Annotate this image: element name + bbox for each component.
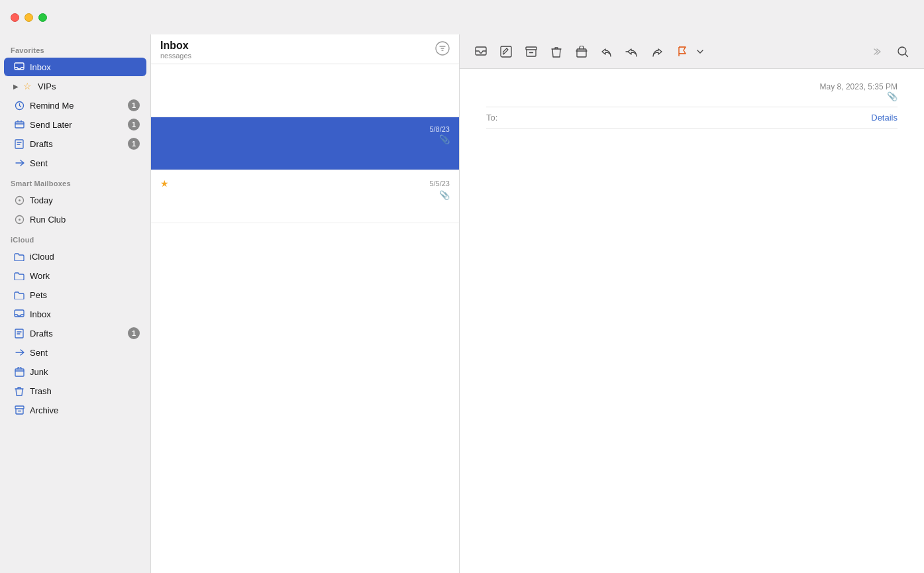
email-detail-attachment-icon: 📎 — [820, 91, 898, 101]
drafts-badge: 1 — [128, 138, 140, 150]
reply-button[interactable] — [596, 41, 617, 62]
email-date: 5/8/23 — [429, 125, 450, 133]
sidebar-item-junk[interactable]: Junk — [4, 362, 146, 381]
email-date-row: ★ 5/5/23 — [160, 178, 450, 189]
attachment-icon: 📎 — [439, 134, 450, 144]
folder-icon — [13, 252, 25, 261]
sidebar-item-inbox[interactable]: Inbox — [4, 58, 146, 76]
clock-icon — [13, 101, 25, 111]
sidebar-vips-label: VIPs — [38, 81, 56, 91]
icloud-drafts-icon — [13, 329, 25, 339]
sidebar-archive-label: Archive — [30, 405, 58, 415]
icloud-inbox-icon — [13, 309, 25, 319]
archive-icon — [13, 405, 25, 415]
sidebar-item-drafts[interactable]: Drafts 1 — [4, 134, 146, 153]
sidebar-today-label: Today — [30, 195, 53, 205]
forward-button[interactable] — [646, 41, 668, 62]
sidebar-item-send-later[interactable]: Send Later 1 — [4, 115, 146, 134]
sent-icon — [13, 158, 25, 168]
maximize-button[interactable] — [38, 13, 47, 22]
work-folder-icon — [13, 272, 25, 280]
junk-button[interactable] — [571, 41, 592, 62]
email-to-row: To: Details — [486, 107, 898, 129]
send-later-icon — [13, 120, 25, 130]
sidebar-pets-label: Pets — [30, 290, 47, 300]
sidebar-drafts-label: Drafts — [30, 139, 53, 149]
email-list-pane: Inbox nessages 5/8/23 — [151, 34, 460, 573]
new-message-button[interactable] — [470, 41, 491, 62]
email-list: 5/8/23 📎 ★ 5/5/23 📎 — [151, 64, 459, 573]
attachment-icon: 📎 — [439, 190, 450, 200]
sidebar-icloud-drafts-label: Drafts — [30, 329, 53, 339]
search-button[interactable] — [892, 41, 913, 62]
svg-rect-16 — [577, 49, 586, 57]
sidebar-icloud-inbox-label: Inbox — [30, 309, 51, 319]
email-date-row: 5/8/23 — [160, 125, 450, 133]
email-detail-date: May 8, 2023, 5:35 PM — [820, 82, 898, 91]
email-meta: May 8, 2023, 5:35 PM 📎 — [820, 82, 898, 101]
archive-button[interactable] — [521, 41, 542, 62]
middle-header: Inbox nessages — [151, 34, 459, 64]
today-icon — [13, 195, 25, 205]
flag-dropdown[interactable] — [697, 50, 703, 54]
email-date: 5/5/23 — [429, 180, 450, 187]
svg-rect-2 — [15, 122, 24, 128]
run-club-icon — [13, 215, 25, 225]
sidebar-item-work[interactable]: Work — [4, 266, 146, 285]
sidebar-item-trash[interactable]: Trash — [4, 382, 146, 400]
svg-rect-11 — [15, 406, 24, 409]
sidebar-icloud-sent-label: Sent — [30, 348, 48, 358]
email-details-link[interactable]: Details — [871, 113, 898, 123]
sidebar-item-today[interactable]: Today — [4, 191, 146, 209]
sidebar-remind-me-label: Remind Me — [30, 101, 74, 111]
icloud-sent-icon — [13, 348, 25, 357]
trash-icon — [13, 386, 25, 396]
sidebar-item-sent[interactable]: Sent — [4, 154, 146, 172]
sidebar-item-archive[interactable]: Archive — [4, 401, 146, 419]
inbox-title-group: Inbox nessages — [160, 40, 191, 60]
flag-button[interactable] — [672, 41, 693, 62]
sidebar-sent-label: Sent — [30, 158, 48, 168]
inbox-subtitle: nessages — [160, 52, 191, 60]
email-item[interactable]: ★ 5/5/23 📎 — [151, 170, 459, 223]
delete-button[interactable] — [546, 41, 567, 62]
email-item[interactable] — [151, 64, 459, 117]
star-icon: ☆ — [21, 81, 33, 91]
minimize-button[interactable] — [25, 13, 33, 22]
filter-icon[interactable] — [435, 41, 450, 59]
svg-point-17 — [898, 47, 906, 55]
email-item[interactable]: 5/8/23 📎 — [151, 117, 459, 170]
junk-icon — [13, 367, 25, 377]
vips-chevron-icon: ▶ — [13, 83, 19, 90]
sidebar-item-icloud-inbox[interactable]: Inbox — [4, 305, 146, 323]
svg-rect-15 — [526, 47, 537, 50]
email-detail-pane: May 8, 2023, 5:35 PM 📎 To: Details — [460, 34, 924, 573]
sidebar-item-icloud[interactable]: iCloud — [4, 247, 146, 266]
inbox-title: Inbox — [160, 40, 191, 52]
smart-mailboxes-label: Smart Mailboxes — [0, 173, 150, 190]
sidebar-item-icloud-sent[interactable]: Sent — [4, 343, 146, 362]
email-detail-header: May 8, 2023, 5:35 PM 📎 — [486, 82, 898, 101]
sidebar-send-later-label: Send Later — [30, 120, 72, 130]
reply-all-button[interactable] — [621, 41, 642, 62]
more-actions-button[interactable] — [867, 41, 888, 62]
sidebar-item-icloud-drafts[interactable]: Drafts 1 — [4, 324, 146, 342]
icloud-drafts-badge: 1 — [128, 327, 140, 339]
pets-folder-icon — [13, 291, 25, 299]
email-to-label: To: — [486, 113, 497, 123]
titlebar — [0, 0, 924, 34]
sidebar-item-vips[interactable]: ▶ ☆ VIPs — [4, 77, 146, 95]
compose-button[interactable] — [495, 41, 517, 62]
sidebar-run-club-label: Run Club — [30, 215, 66, 225]
svg-rect-10 — [15, 369, 24, 376]
send-later-badge: 1 — [128, 119, 140, 130]
sidebar: Favorites Inbox ▶ ☆ VIPs Remind Me 1 — [0, 34, 151, 573]
sidebar-item-run-club[interactable]: Run Club — [4, 210, 146, 229]
sidebar-item-pets[interactable]: Pets — [4, 286, 146, 304]
star-icon: ★ — [160, 178, 169, 189]
svg-point-5 — [19, 199, 21, 201]
sidebar-inbox-label: Inbox — [30, 62, 51, 72]
close-button[interactable] — [11, 13, 19, 22]
remind-me-badge: 1 — [128, 99, 140, 111]
sidebar-item-remind-me[interactable]: Remind Me 1 — [4, 96, 146, 115]
